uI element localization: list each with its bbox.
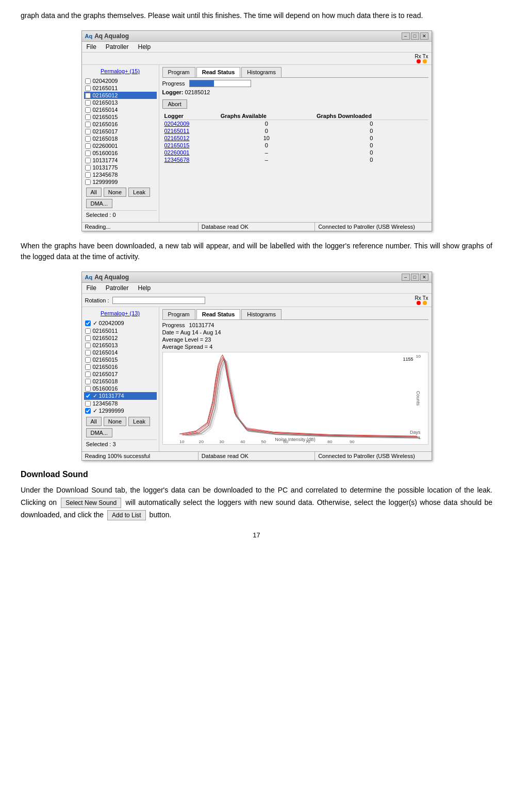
checkbox-02165012-2[interactable] [85, 335, 91, 341]
checkbox-12345678-2[interactable] [85, 401, 91, 407]
checkbox-12999999-2[interactable] [85, 408, 91, 414]
leak-button-1[interactable]: Leak [128, 188, 150, 197]
permalog-link-2[interactable]: Permalog+ (13) [101, 310, 140, 316]
sidebar-item-12345678-2[interactable]: 12345678 [84, 400, 157, 407]
menu-help-2[interactable]: Help [137, 284, 153, 292]
menu-file-1[interactable]: File [85, 43, 98, 51]
sidebar-item-02042009-2[interactable]: ✓ 02042009 [84, 319, 157, 327]
checkbox-10131774-1[interactable] [85, 158, 91, 163]
checkbox-02165015-1[interactable] [85, 114, 91, 120]
sidebar-item-12345678-1[interactable]: 12345678 [84, 171, 157, 178]
select-new-sound-button[interactable]: Select New Sound [61, 498, 121, 508]
sidebar-item-10131775-1[interactable]: 10131775 [84, 164, 157, 171]
dma-button-1[interactable]: DMA... [86, 199, 113, 208]
sidebar-item-10131774-1[interactable]: 10131774 [84, 157, 157, 164]
sidebar-item-02165017-2[interactable]: 02165017 [84, 370, 157, 378]
row2-logger: 02165011 [162, 127, 219, 134]
restore-button-1[interactable]: □ [411, 32, 419, 40]
sidebar-item-05160016-1[interactable]: 05160016 [84, 149, 157, 157]
restore-button-2[interactable]: □ [411, 274, 419, 281]
checkbox-02165013-1[interactable] [85, 100, 91, 106]
sidebar-item-02165018-2[interactable]: 02165018 [84, 378, 157, 385]
checkbox-02165015-2[interactable] [85, 357, 91, 363]
sidebar-item-12999999-1[interactable]: 12999999 [84, 178, 157, 185]
row5-logger: 02260001 [162, 149, 219, 156]
menubar-1: File Patroller Help [82, 42, 432, 53]
checkbox-12345678-1[interactable] [85, 172, 91, 178]
checkbox-10131775-1[interactable] [85, 165, 91, 171]
checkbox-02165014-2[interactable] [85, 350, 91, 356]
checkbox-02042009-1[interactable] [85, 78, 91, 84]
sidebar-item-02165013-1[interactable]: 02165013 [84, 99, 157, 106]
row6-avail: – [219, 156, 315, 163]
add-to-list-button[interactable]: Add to List [107, 510, 146, 520]
sidebar-item-02165016-2[interactable]: 02165016 [84, 363, 157, 370]
dma-button-2[interactable]: DMA... [86, 428, 113, 437]
all-button-1[interactable]: All [86, 188, 102, 197]
col-header-logger-1: Logger [162, 112, 219, 120]
checkbox-02165013-2[interactable] [85, 343, 91, 348]
sidebar-item-02260001-1[interactable]: 02260001 [84, 142, 157, 149]
checkbox-02165016-1[interactable] [85, 122, 91, 127]
close-button-1[interactable]: ✕ [420, 32, 428, 40]
checkbox-02165018-2[interactable] [85, 379, 91, 384]
rotation-input[interactable] [112, 297, 205, 304]
abort-button-1[interactable]: Abort [162, 99, 187, 109]
leak-button-2[interactable]: Leak [128, 417, 150, 426]
status-db-2: Database read OK [198, 452, 315, 460]
checkbox-12999999-1[interactable] [85, 179, 91, 185]
menu-help-1[interactable]: Help [137, 43, 153, 51]
minimize-button-1[interactable]: – [402, 32, 410, 40]
sidebar-item-12999999-2[interactable]: ✓ 12999999 [84, 407, 157, 415]
checkbox-02165016-2[interactable] [85, 364, 91, 370]
sidebar-item-02042009-1[interactable]: 02042009 [84, 77, 157, 84]
checkbox-05160016-2[interactable] [85, 386, 91, 392]
tab-histograms-1[interactable]: Histograms [241, 67, 282, 77]
main-content-2: Program Read Status Histograms Progress … [159, 307, 432, 451]
checkbox-05160016-1[interactable] [85, 150, 91, 156]
label-02165017-2: 02165017 [93, 371, 118, 377]
tab-program-1[interactable]: Program [162, 67, 195, 77]
sidebar-item-05160016-2[interactable]: 05160016 [84, 385, 157, 392]
checkbox-02165017-2[interactable] [85, 371, 91, 377]
tab-histograms-2[interactable]: Histograms [241, 309, 282, 319]
none-button-2[interactable]: None [104, 417, 126, 426]
sidebar-item-02165011-2[interactable]: 02165011 [84, 327, 157, 334]
tab-readstatus-1[interactable]: Read Status [196, 67, 241, 77]
menu-file-2[interactable]: File [85, 284, 98, 292]
checkbox-02260001-1[interactable] [85, 143, 91, 149]
sidebar-item-02165017-1[interactable]: 02165017 [84, 128, 157, 135]
checkbox-02165011-1[interactable] [85, 86, 91, 91]
checkbox-02165017-1[interactable] [85, 129, 91, 134]
sidebar-item-02165016-1[interactable]: 02165016 [84, 121, 157, 128]
tab-program-2[interactable]: Program [162, 309, 195, 319]
close-button-2[interactable]: ✕ [420, 274, 428, 281]
menu-patroller-2[interactable]: Patroller [104, 284, 130, 292]
sidebar-item-02165014-1[interactable]: 02165014 [84, 106, 157, 113]
checkbox-02165018-1[interactable] [85, 136, 91, 142]
all-button-2[interactable]: All [86, 417, 102, 426]
checkbox-02165014-1[interactable] [85, 107, 91, 113]
checkbox-10131774-2[interactable] [85, 393, 91, 399]
sidebar-item-02165013-2[interactable]: 02165013 [84, 342, 157, 349]
menu-patroller-1[interactable]: Patroller [104, 43, 130, 51]
none-button-1[interactable]: None [104, 188, 126, 197]
checkbox-02165012-1[interactable] [85, 93, 91, 98]
sidebar-item-02165015-2[interactable]: 02165015 [84, 356, 157, 363]
row6-logger: 12345678 [162, 156, 219, 163]
sidebar-item-02165011-1[interactable]: 02165011 [84, 84, 157, 92]
permalog-link-1[interactable]: Permalog+ (15) [101, 68, 140, 74]
sidebar-item-02165018-1[interactable]: 02165018 [84, 135, 157, 142]
checkbox-02042009-2[interactable] [85, 320, 91, 326]
sidebar-item-02165012-2[interactable]: 02165012 [84, 334, 157, 342]
sidebar-item-10131774-2[interactable]: ✓ 10131774 [84, 392, 157, 400]
sidebar-item-02165014-2[interactable]: 02165014 [84, 349, 157, 356]
titlebar-controls-2[interactable]: – □ ✕ [402, 274, 428, 281]
tab-readstatus-2[interactable]: Read Status [196, 309, 241, 319]
sidebar-item-02165012-1[interactable]: 02165012 [84, 92, 157, 99]
sidebar-item-02165015-1[interactable]: 02165015 [84, 113, 157, 121]
checkbox-02165011-2[interactable] [85, 328, 91, 334]
minimize-button-2[interactable]: – [402, 274, 410, 281]
titlebar-controls-1[interactable]: – □ ✕ [402, 32, 428, 40]
row4-logger: 02165015 [162, 142, 219, 149]
